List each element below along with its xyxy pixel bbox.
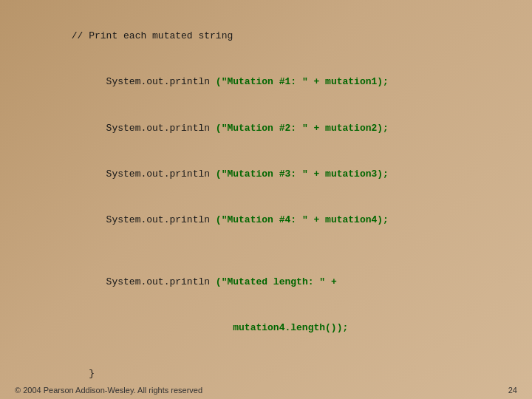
println-line-4: System.out.println ("Mutation #4: " + mu…: [37, 198, 517, 244]
close-brace-1: }: [37, 352, 517, 398]
comment-text: // Print each mutated string: [72, 30, 233, 41]
println-line-2: System.out.println ("Mutation #2: " + mu…: [37, 106, 517, 151]
main-container: // Print each mutated string System.out.…: [0, 0, 532, 399]
code-section: // Print each mutated string System.out.…: [15, 7, 517, 399]
mutated-length-line1: System.out.println ("Mutated length: " +: [37, 259, 517, 305]
mutated-length-line2: mutation4.length());: [37, 305, 517, 351]
println-line-3: System.out.println ("Mutation #3: " + mu…: [37, 151, 517, 197]
comment-line: // Print each mutated string: [37, 13, 517, 59]
blank-line: [37, 244, 517, 259]
println-line-1: System.out.println ("Mutation #1: " + mu…: [37, 59, 517, 105]
